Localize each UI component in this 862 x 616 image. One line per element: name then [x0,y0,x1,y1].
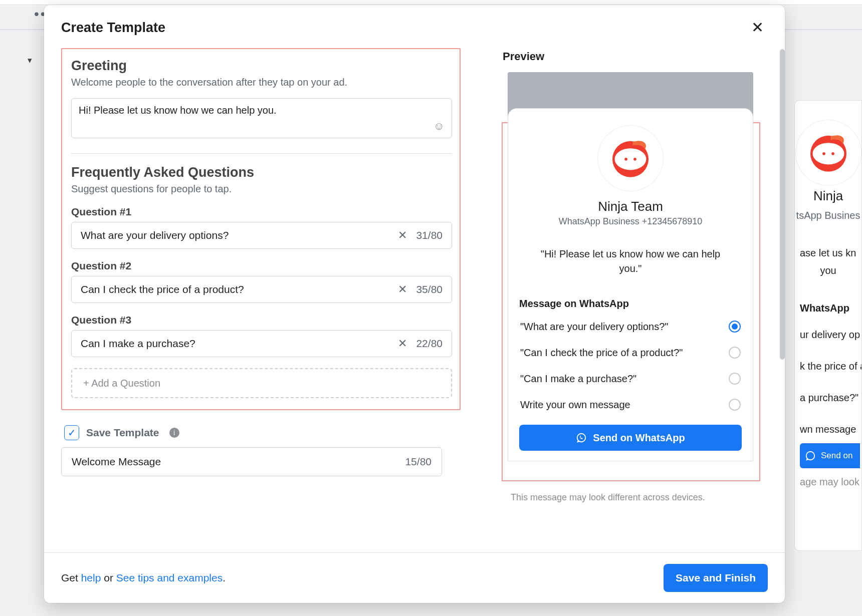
radio-icon[interactable] [729,347,741,359]
svg-point-2 [831,152,834,155]
bg-wb: tsApp Busines [794,207,862,224]
q1-count: 31/80 [416,229,443,241]
faq-title: Frequently Asked Questions [71,165,451,180]
ninja-logo-icon [608,136,653,181]
bg-topbar [0,0,862,5]
bg-o3: a purchase?" [795,389,862,407]
whatsapp-business-line: WhatsApp Business +12345678910 [559,216,703,227]
svg-point-5 [624,158,627,161]
template-name-row: Welcome Message 15/80 [61,447,442,476]
preview-column: Preview Ninja Team WhatsApp Busi [478,46,785,552]
footer-get: Get [61,572,81,583]
bg-g1: ase let us kn [795,244,861,262]
template-name-input[interactable]: Welcome Message [72,456,161,468]
editor-column: Greeting Welcome people to the conversat… [44,46,478,552]
whatsapp-icon [805,450,816,461]
q1-label: Question #1 [71,206,451,218]
preview-option-2[interactable]: "Can I check the price of a product?" [519,340,742,366]
q3-row: Can I make a purchase? ✕ 22/80 [71,330,452,357]
whatsapp-icon [576,432,587,443]
preview-option-4-text: Write your own message [520,399,630,411]
close-icon[interactable]: ✕ [747,18,768,37]
bg-send-button: Send on [800,443,860,468]
save-template-row: ✓ Save Template i [64,425,461,440]
dropdown-caret-icon[interactable]: ▾ [28,55,32,66]
emoji-picker-icon[interactable]: ☺ [434,120,445,133]
bg-o2: k the price of a [795,358,862,375]
save-template-label: Save Template [86,427,159,439]
message-on-whatsapp-label: Message on WhatsApp [519,298,629,310]
phone-card: Ninja Team WhatsApp Business +1234567891… [508,108,753,461]
radio-selected-icon[interactable] [729,321,741,333]
bg-g2: you [815,262,841,279]
svg-point-6 [633,158,636,161]
greeting-value: Hi! Please let us know how we can help y… [79,105,277,116]
bg-o1: ur delivery op [795,326,862,344]
q2-count: 35/80 [416,283,443,295]
radio-icon[interactable] [729,399,741,411]
send-label: Send on WhatsApp [593,432,685,444]
ninja-logo-icon [806,130,851,175]
bg-disc: age may look d [795,473,862,491]
bg-brand: Ninja [808,185,848,207]
preview-option-1-text: "What are your delivery options?" [520,321,668,333]
q2-label: Question #2 [71,260,451,272]
brand-name: Ninja Team [598,199,663,214]
greeting-quote: "Hi! Please let us know how we can help … [529,247,732,276]
q2-row: Can I check the price of a product? ✕ 35… [71,276,452,303]
greeting-input[interactable]: Hi! Please let us know how we can help y… [71,98,452,138]
svg-point-1 [822,152,825,155]
q2-clear-icon[interactable]: ✕ [398,283,407,296]
faq-subtitle: Suggest questions for people to tap. [71,183,451,195]
save-and-finish-button[interactable]: Save and Finish [664,564,768,592]
tips-link[interactable]: See tips and examples [116,572,223,583]
scrollbar[interactable] [780,49,785,360]
q2-input[interactable]: Can I check the price of a product? [81,283,389,295]
modal-body: Greeting Welcome people to the conversat… [44,46,785,552]
info-icon[interactable]: i [169,428,179,438]
preview-option-1[interactable]: "What are your delivery options?" [519,314,742,340]
preview-highlight: Ninja Team WhatsApp Business +1234567891… [502,122,760,481]
preview-option-3[interactable]: "Can I make a purchase?" [519,366,742,392]
greeting-subtitle: Welcome people to the conversation after… [71,77,451,88]
preview-option-3-text: "Can I make a purchase?" [520,373,636,385]
q3-label: Question #3 [71,314,451,326]
bg-preview-card: Ninja tsApp Busines ase let us kn you Wh… [794,100,862,551]
preview-option-4[interactable]: Write your own message [519,392,742,418]
bg-mow: WhatsApp [795,299,854,317]
modal-footer: Get help or See tips and examples. Save … [44,552,785,603]
footer-or: or [101,572,116,583]
template-name-count: 15/80 [405,456,432,468]
add-question-button[interactable]: + Add a Question [71,368,452,398]
section-divider [71,153,452,154]
q1-input[interactable]: What are your delivery options? [81,229,389,241]
help-link[interactable]: help [81,572,101,583]
preview-option-2-text: "Can I check the price of a product?" [520,347,683,359]
bg-o4: wn message [795,421,861,438]
editor-highlight: Greeting Welcome people to the conversat… [61,48,461,410]
modal-title: Create Template [61,20,165,36]
bg-avatar [796,120,861,185]
q3-count: 22/80 [416,338,443,350]
q1-row: What are your delivery options? ✕ 31/80 [71,222,452,249]
preview-disclaimer: This message may look different across d… [511,492,780,503]
send-on-whatsapp-button[interactable]: Send on WhatsApp [519,425,742,451]
q1-clear-icon[interactable]: ✕ [398,229,407,242]
save-template-checkbox[interactable]: ✓ [64,425,79,440]
q3-input[interactable]: Can I make a purchase? [81,338,389,350]
avatar [598,126,663,191]
add-question-label: + Add a Question [83,378,160,389]
create-template-modal: Create Template ✕ Greeting Welcome peopl… [44,5,785,603]
footer-left: Get help or See tips and examples. [61,572,226,584]
preview-title: Preview [503,50,780,63]
greeting-title: Greeting [71,58,451,74]
footer-period: . [223,572,226,583]
save-finish-label: Save and Finish [676,572,756,583]
q3-clear-icon[interactable]: ✕ [398,337,407,350]
radio-icon[interactable] [729,373,741,385]
modal-header: Create Template ✕ [44,5,785,46]
